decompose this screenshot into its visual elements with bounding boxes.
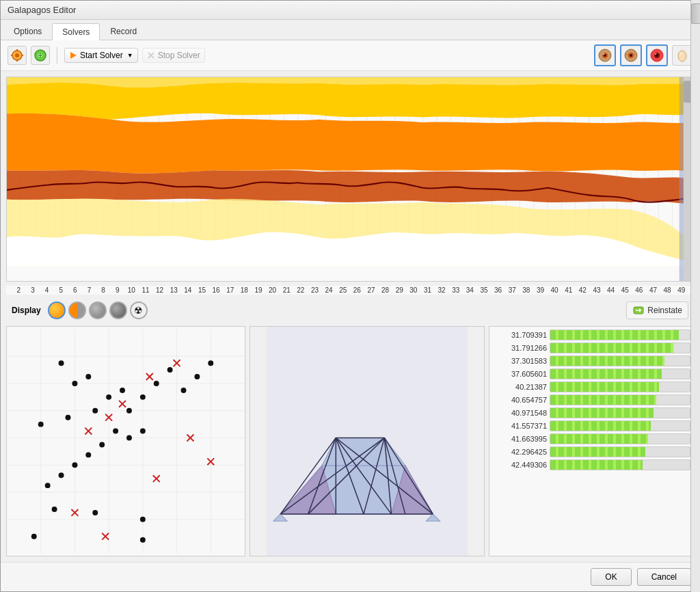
- eye-icon-1: [597, 48, 612, 63]
- svg-point-20: [655, 53, 657, 55]
- tab-solvers[interactable]: Solvers: [52, 23, 100, 40]
- svg-point-117: [140, 517, 146, 522]
- reset-button[interactable]: [31, 46, 50, 65]
- display-ball-3[interactable]: [89, 301, 107, 319]
- separator-1: [57, 47, 57, 64]
- structure-svg: [250, 327, 484, 556]
- value-label: 40.654757: [492, 396, 547, 404]
- values-scrollbar[interactable]: [690, 326, 694, 556]
- svg-point-100: [126, 408, 132, 414]
- stop-icon: [147, 51, 155, 59]
- value-bar-container: [550, 381, 690, 392]
- eye-icon-3: [649, 48, 664, 63]
- svg-point-116: [92, 510, 98, 515]
- svg-point-96: [66, 415, 71, 420]
- stop-solver-label: Stop Solver: [158, 51, 200, 60]
- value-label: 37.301583: [492, 357, 547, 365]
- cancel-button[interactable]: Cancel: [637, 568, 691, 586]
- value-bar: [550, 382, 659, 392]
- value-bar-container: [550, 394, 690, 405]
- value-bar: [550, 395, 656, 405]
- value-bar: [550, 408, 654, 418]
- footer: OK Cancel: [1, 562, 699, 591]
- svg-point-93: [72, 381, 77, 386]
- tab-options[interactable]: Options: [3, 23, 52, 40]
- value-bar-container: [550, 420, 690, 431]
- value-bar-container: [550, 433, 690, 444]
- egg-icon: [675, 48, 690, 63]
- settings-icon: [10, 49, 24, 62]
- values-panel: 31.709391 31.791266 37.301583 37.605601 …: [489, 326, 694, 556]
- value-bar-container: [550, 355, 690, 366]
- display-ball-2[interactable]: [68, 301, 86, 319]
- svg-point-95: [38, 422, 44, 427]
- display-balls: ☢: [48, 301, 148, 319]
- value-label: 37.605601: [492, 370, 547, 378]
- svg-point-109: [140, 429, 146, 434]
- tab-bar: Options Solvers Record: [1, 20, 699, 40]
- settings-button[interactable]: [8, 46, 27, 65]
- toolbar: Start Solver ▼ Stop Solver: [1, 40, 699, 71]
- eye-button-1[interactable]: [594, 44, 616, 66]
- svg-point-111: [85, 452, 91, 457]
- svg-point-106: [208, 360, 213, 366]
- structure-view: [250, 326, 485, 556]
- value-bar-container: [550, 407, 690, 418]
- value-row: 37.301583: [492, 355, 690, 366]
- scatter-plot: [6, 326, 245, 556]
- svg-point-99: [120, 388, 125, 393]
- svg-point-115: [52, 507, 57, 512]
- bottom-area: 31.709391 31.791266 37.301583 37.605601 …: [6, 326, 694, 556]
- value-label: 41.557371: [492, 422, 547, 430]
- value-bar: [550, 460, 643, 470]
- value-row: 41.663995: [492, 433, 690, 444]
- title-bar: Galapagos Editor: [1, 1, 699, 20]
- value-bar: [550, 343, 673, 353]
- main-content: 2345678910111213141516171819202122232425…: [1, 71, 699, 562]
- scatter-svg: [7, 327, 245, 556]
- display-ball-5[interactable]: ☢: [130, 301, 148, 319]
- svg-point-112: [72, 462, 77, 468]
- svg-point-16: [630, 54, 632, 57]
- value-bar-container: [550, 368, 690, 379]
- reset-icon: [33, 49, 47, 62]
- reinstate-button[interactable]: Reinstate: [626, 301, 688, 319]
- value-row: 31.791266: [492, 342, 690, 353]
- svg-point-101: [140, 394, 146, 400]
- dropdown-arrow: ▼: [127, 52, 133, 59]
- value-row: 42.296425: [492, 446, 690, 457]
- reinstate-label: Reinstate: [647, 306, 682, 315]
- value-bar-container: [550, 342, 690, 353]
- svg-point-22: [679, 53, 682, 55]
- value-row: 42.449306: [492, 459, 690, 470]
- value-label: 42.449306: [492, 461, 547, 469]
- start-solver-button[interactable]: Start Solver ▼: [64, 48, 138, 63]
- ok-button[interactable]: OK: [591, 568, 631, 586]
- window-title: Galapagos Editor: [8, 5, 76, 15]
- value-label: 42.296425: [492, 448, 547, 456]
- play-icon: [69, 51, 77, 59]
- display-row: Display ☢ Reinstate: [6, 299, 694, 322]
- value-row: 41.557371: [492, 420, 690, 431]
- svg-point-110: [99, 442, 105, 447]
- egg-button[interactable]: [672, 45, 692, 66]
- display-ball-1[interactable]: [48, 301, 66, 319]
- svg-point-119: [140, 537, 146, 543]
- fitness-chart: [6, 77, 694, 282]
- value-label: 31.709391: [492, 331, 547, 339]
- display-ball-4[interactable]: [109, 301, 127, 319]
- svg-point-94: [85, 374, 91, 379]
- svg-point-102: [154, 381, 159, 386]
- svg-point-113: [59, 472, 64, 478]
- value-bar: [550, 330, 679, 340]
- value-row: 40.971548: [492, 407, 690, 418]
- svg-point-13: [603, 53, 605, 55]
- chart-svg: [7, 77, 693, 281]
- eye-button-3[interactable]: [646, 44, 668, 66]
- x-axis: 2345678910111213141516171819202122232425…: [6, 286, 694, 295]
- tab-record[interactable]: Record: [100, 23, 147, 40]
- eye-button-2[interactable]: [620, 44, 642, 66]
- value-bar: [550, 356, 664, 366]
- svg-point-105: [194, 374, 200, 379]
- value-bar: [550, 447, 645, 457]
